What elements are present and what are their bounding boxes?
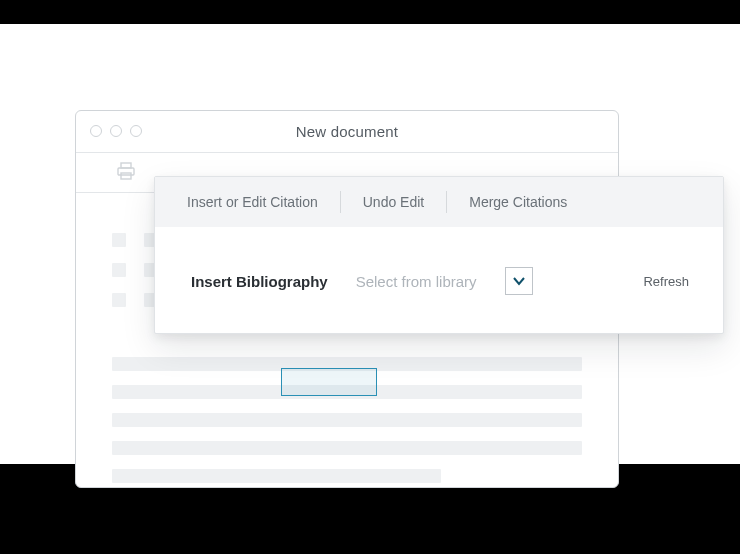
citation-toolbar: Insert or Edit Citation Undo Edit Merge …	[154, 176, 724, 334]
svg-rect-0	[121, 163, 131, 168]
tab-insert-edit-citation[interactable]: Insert or Edit Citation	[183, 194, 322, 210]
select-from-library-label: Select from library	[356, 273, 477, 290]
citation-actions-row: Insert Bibliography Select from library …	[155, 227, 723, 335]
tab-separator	[340, 191, 341, 213]
refresh-button[interactable]: Refresh	[643, 274, 689, 289]
chevron-down-icon	[512, 274, 526, 288]
traffic-minimize-icon[interactable]	[110, 125, 122, 137]
placeholder-line	[112, 263, 126, 277]
svg-rect-2	[121, 173, 131, 179]
placeholder-line	[112, 293, 126, 307]
tab-separator	[446, 191, 447, 213]
text-cursor-selection[interactable]	[281, 368, 377, 396]
window-titlebar: New document	[76, 111, 618, 153]
traffic-zoom-icon[interactable]	[130, 125, 142, 137]
library-dropdown-button[interactable]	[505, 267, 533, 295]
window-title: New document	[76, 123, 618, 140]
placeholder-line	[112, 233, 126, 247]
print-icon[interactable]	[116, 162, 136, 184]
placeholder-line	[112, 441, 582, 455]
insert-bibliography-button[interactable]: Insert Bibliography	[191, 273, 328, 290]
placeholder-line	[112, 413, 582, 427]
window-controls[interactable]	[90, 125, 142, 137]
citation-tabs: Insert or Edit Citation Undo Edit Merge …	[155, 177, 723, 227]
tab-undo-edit[interactable]: Undo Edit	[359, 194, 428, 210]
tab-merge-citations[interactable]: Merge Citations	[465, 194, 571, 210]
placeholder-line	[112, 469, 441, 483]
traffic-close-icon[interactable]	[90, 125, 102, 137]
